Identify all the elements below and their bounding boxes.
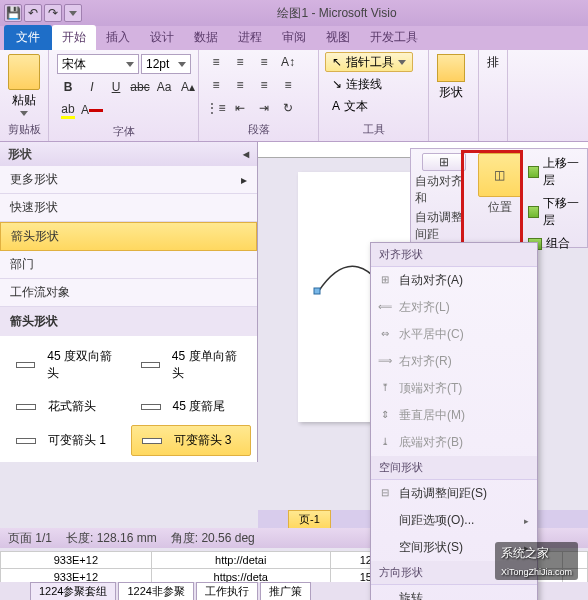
arrow-icon: [136, 434, 168, 448]
shape-45-single-arrow[interactable]: 45 度单向箭头: [131, 342, 252, 388]
shape-variable-arrow-1[interactable]: 可变箭头 1: [6, 425, 127, 456]
undo-icon[interactable]: ↶: [24, 4, 42, 22]
sheet-tab[interactable]: 1224非参聚: [118, 582, 193, 601]
align-vcenter-icon: ⇕: [377, 406, 393, 422]
layer-icon: [528, 206, 539, 218]
shape-fancy-arrow[interactable]: 花式箭头: [6, 392, 127, 421]
menu-align-right[interactable]: ⟹右对齐(R): [371, 348, 537, 375]
indent-inc-icon[interactable]: ⇥: [253, 98, 275, 118]
align-top-icon[interactable]: ≡: [205, 52, 227, 72]
shape-button[interactable]: 形状: [435, 52, 467, 103]
arrow-icon: [10, 400, 42, 414]
window-title: 绘图1 - Microsoft Visio: [86, 5, 588, 22]
tab-home[interactable]: 开始: [52, 25, 96, 50]
paste-label: 粘贴: [12, 92, 36, 109]
menu-align-vcenter[interactable]: ⇕垂直居中(M): [371, 402, 537, 429]
align-right-icon[interactable]: ≡: [253, 75, 275, 95]
clipboard-icon: [8, 54, 40, 90]
text-tool-button[interactable]: A文本: [325, 96, 413, 116]
shape-variable-arrow-3[interactable]: 可变箭头 3: [131, 425, 252, 456]
case-button[interactable]: Aa: [153, 77, 175, 97]
tab-dev[interactable]: 开发工具: [360, 25, 428, 50]
arrange-button[interactable]: 排: [485, 52, 501, 73]
paste-button[interactable]: 粘贴: [6, 52, 42, 118]
sheet-tab[interactable]: 工作执行: [196, 582, 258, 601]
stencil-quick-shapes[interactable]: 快速形状: [0, 194, 257, 222]
chevron-right-icon: ▸: [241, 173, 247, 187]
qat-dropdown-icon[interactable]: [64, 4, 82, 22]
group-label-tools: 工具: [325, 120, 422, 139]
rotate-text-icon[interactable]: ↻: [277, 98, 299, 118]
layer-buttons: 上移一层 下移一层 组合: [526, 153, 583, 243]
menu-section-align: 对齐形状: [371, 243, 537, 267]
indent-dec-icon[interactable]: ⇤: [229, 98, 251, 118]
menu-align-left[interactable]: ⟸左对齐(L): [371, 294, 537, 321]
group-tools: ↖指针工具 ↘连接线 A文本 工具: [319, 50, 429, 141]
save-icon[interactable]: 💾: [4, 4, 22, 22]
bullets-icon[interactable]: ⋮≡: [205, 98, 227, 118]
chevron-left-icon[interactable]: ◂: [243, 147, 249, 161]
align-justify-icon[interactable]: ≡: [277, 75, 299, 95]
tab-insert[interactable]: 插入: [96, 25, 140, 50]
italic-button[interactable]: I: [81, 77, 103, 97]
tab-review[interactable]: 审阅: [272, 25, 316, 50]
stencil-department[interactable]: 部门: [0, 251, 257, 279]
annotation-highlight-box: [461, 150, 523, 246]
strikethrough-button[interactable]: abc: [129, 77, 151, 97]
shape-45-bidir-arrow[interactable]: 45 度双向箭头: [6, 342, 127, 388]
group-label-paragraph: 段落: [205, 120, 312, 139]
align-center-icon[interactable]: ≡: [229, 75, 251, 95]
tab-process[interactable]: 进程: [228, 25, 272, 50]
align-bottom-icon[interactable]: ≡: [253, 52, 275, 72]
align-icon: ⊞: [439, 155, 449, 169]
arrow-icon: [135, 400, 167, 414]
menu-auto-align[interactable]: ⊞自动对齐(A): [371, 267, 537, 294]
sheet-tab[interactable]: 推广策: [260, 582, 311, 601]
shape-icon: [437, 54, 465, 82]
font-name-combo[interactable]: 宋体: [57, 54, 139, 74]
autospace-icon: ⊟: [377, 484, 393, 500]
bring-forward-button[interactable]: 上移一层: [526, 153, 583, 191]
status-page: 页面 1/1: [8, 530, 52, 547]
grow-font-button[interactable]: A▴: [177, 77, 199, 97]
stencil-workflow[interactable]: 工作流对象: [0, 279, 257, 307]
underline-button[interactable]: U: [105, 77, 127, 97]
status-length: 长度: 128.16 mm: [66, 530, 157, 547]
tab-design[interactable]: 设计: [140, 25, 184, 50]
send-backward-button[interactable]: 下移一层: [526, 193, 583, 231]
page-tab[interactable]: 页-1: [288, 510, 331, 529]
align-bottom-icon: ⤓: [377, 433, 393, 449]
layer-icon: [528, 166, 539, 178]
tab-view[interactable]: 视图: [316, 25, 360, 50]
pointer-tool-button[interactable]: ↖指针工具: [325, 52, 413, 72]
redo-icon[interactable]: ↷: [44, 4, 62, 22]
align-auto-icon: ⊞: [377, 271, 393, 287]
stencil-more-shapes[interactable]: 更多形状▸: [0, 166, 257, 194]
menu-align-top[interactable]: ⤒顶端对齐(T): [371, 375, 537, 402]
menu-rotate-1[interactable]: 旋转: [371, 585, 537, 600]
menu-align-bottom[interactable]: ⤓底端对齐(B): [371, 429, 537, 456]
menu-align-hcenter[interactable]: ⇔水平居中(C): [371, 321, 537, 348]
font-size-combo[interactable]: 12pt: [141, 54, 191, 74]
arrow-icon: [10, 434, 42, 448]
group-arrange: 排: [479, 50, 508, 141]
align-middle-icon[interactable]: ≡: [229, 52, 251, 72]
bold-button[interactable]: B: [57, 77, 79, 97]
align-left-icon[interactable]: ≡: [205, 75, 227, 95]
group-label-clipboard: 剪贴板: [6, 120, 42, 139]
sheet-tab[interactable]: 1224参聚套组: [30, 582, 116, 601]
group-font: 宋体 12pt B I U abc Aa A▴ ab A 字体: [49, 50, 199, 141]
text-direction-icon[interactable]: A↕: [277, 52, 299, 72]
tab-data[interactable]: 数据: [184, 25, 228, 50]
auto-align-button[interactable]: ⊞: [422, 153, 466, 171]
file-tab[interactable]: 文件: [4, 25, 52, 50]
quick-access-toolbar: 💾 ↶ ↷: [0, 4, 86, 22]
shape-45-arrow-tail[interactable]: 45 度箭尾: [131, 392, 252, 421]
menu-auto-space[interactable]: ⊟自动调整间距(S): [371, 480, 537, 507]
connector-tool-button[interactable]: ↘连接线: [325, 74, 413, 94]
menu-space-options[interactable]: 间距选项(O)...▸: [371, 507, 537, 534]
ribbon: 粘贴 剪贴板 宋体 12pt B I U abc Aa A▴ ab A: [0, 50, 588, 142]
highlight-button[interactable]: ab: [57, 100, 79, 120]
font-color-button[interactable]: A: [81, 100, 103, 120]
stencil-arrow-shapes[interactable]: 箭头形状: [0, 222, 257, 251]
